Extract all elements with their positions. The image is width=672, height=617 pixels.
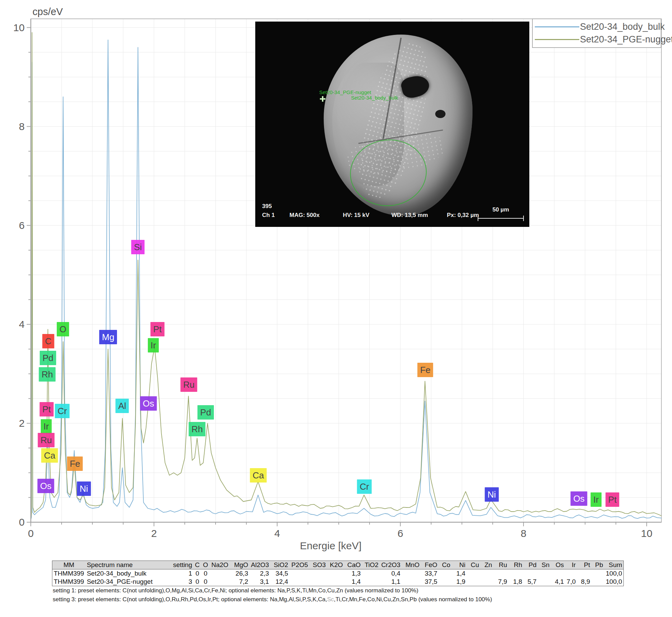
table-column-Os: Os xyxy=(551,561,565,569)
table-column-Zn: Zn xyxy=(480,561,493,569)
footnote-setting-3: setting 3: preset elements: C(not unfold… xyxy=(53,596,492,603)
y-tick-label-0: 0 xyxy=(1,516,25,528)
table-header: MMSpectrum namesettingCONa2OMgOAl2O3SiO2… xyxy=(52,561,624,569)
sem-point-spectrum-label: Set20-34_PGE-nugget xyxy=(319,89,371,95)
element-label-o: O xyxy=(57,322,69,336)
table-cell: 1,8 xyxy=(508,578,524,586)
sem-point-marker-icon xyxy=(320,96,325,102)
legend-label: Set20-34_body_bulk xyxy=(580,22,665,32)
table-cell: 33,7 xyxy=(421,569,439,578)
table-cell: 7,2 xyxy=(230,578,249,586)
table-cell: 0 xyxy=(194,578,201,586)
table-cell xyxy=(210,569,230,578)
element-label-os: Os xyxy=(140,396,157,411)
sem-scale-label: 50 µm xyxy=(478,206,524,213)
table-cell: 0,4 xyxy=(380,569,402,578)
table-column-Pd: Pd xyxy=(524,561,538,569)
legend-line-sample xyxy=(535,26,579,27)
table-cell xyxy=(592,578,605,586)
table-cell: 3,1 xyxy=(249,578,270,586)
element-label-fe: Fe xyxy=(417,363,433,377)
sem-inset-image: Set20-34_PGE-nugget Set20-34_body_bulk 3… xyxy=(255,22,529,227)
table-cell: 7,0 xyxy=(565,578,577,586)
table-cell xyxy=(362,578,380,586)
sem-channel: Ch 1 xyxy=(262,212,275,219)
x-tick-label-2: 2 xyxy=(140,528,168,539)
x-tick-label-6: 6 xyxy=(387,528,414,539)
element-label-rh: Rh xyxy=(39,367,55,382)
table-cell xyxy=(467,578,480,586)
sem-scale-bar xyxy=(478,218,524,219)
legend: Set20-34_body_bulk Set20-34_PGE-nugget xyxy=(532,18,661,48)
element-label-c: C xyxy=(42,334,54,348)
element-label-pt: Pt xyxy=(606,492,620,507)
legend-entry-body-bulk: Set20-34_body_bulk xyxy=(535,22,659,32)
y-tick-label-2: 2 xyxy=(1,417,25,429)
table-column-FeO: FeO xyxy=(421,561,439,569)
table-cell xyxy=(467,569,480,578)
table-cell xyxy=(327,569,344,578)
element-label-ru: Ru xyxy=(38,433,54,447)
table-cell xyxy=(289,578,309,586)
table-cell: 7,9 xyxy=(493,578,508,586)
footnote-setting-1: setting 1: preset elements: C(not unfold… xyxy=(53,587,418,594)
table-column-C: C xyxy=(194,561,201,569)
table-column-Sn: Sn xyxy=(538,561,551,569)
element-label-si: Si xyxy=(131,240,144,254)
element-label-ru: Ru xyxy=(180,377,197,392)
x-tick-label-8: 8 xyxy=(510,528,537,539)
element-label-ir: Ir xyxy=(41,419,52,434)
table-cell: 3 xyxy=(172,578,194,586)
footnote-muted-element: Sc xyxy=(327,596,334,603)
quantification-table: MMSpectrum namesettingCONa2OMgOAl2O3SiO2… xyxy=(52,561,624,586)
table-cell xyxy=(577,569,592,578)
element-label-ni: Ni xyxy=(485,487,499,502)
table-cell xyxy=(327,578,344,586)
legend-line-sample xyxy=(535,39,579,40)
sem-voltage: HV: 15 kV xyxy=(343,212,370,219)
table-column-Cu: Cu xyxy=(467,561,480,569)
table-column-Cr2O3: Cr2O3 xyxy=(380,561,402,569)
table-cell xyxy=(480,578,493,586)
element-label-cr: Cr xyxy=(357,479,372,494)
table-body: THMM399Set20-34_body_bulk10026,32,334,51… xyxy=(52,569,624,586)
element-label-pt: Pt xyxy=(40,402,54,416)
table-cell xyxy=(402,569,421,578)
table-cell xyxy=(592,569,605,578)
table-column-SO3: SO3 xyxy=(309,561,327,569)
table-cell: 37,5 xyxy=(421,578,439,586)
table-column-MM: MM xyxy=(52,561,86,569)
table-cell xyxy=(402,578,421,586)
y-axis-title: cps/eV xyxy=(33,6,63,17)
element-label-ca: Ca xyxy=(41,448,58,463)
table-column-K2O: K2O xyxy=(327,561,344,569)
table-cell xyxy=(538,578,551,586)
element-label-pt: Pt xyxy=(151,322,165,336)
table-cell: 26,3 xyxy=(230,569,249,578)
table-column-TiO2: TiO2 xyxy=(362,561,380,569)
table-cell: 1,4 xyxy=(344,578,362,586)
table-column-setting: setting xyxy=(172,561,194,569)
table-cell xyxy=(538,569,551,578)
x-tick-label-10: 10 xyxy=(633,528,660,539)
table-cell: 8,9 xyxy=(577,578,592,586)
sem-dark-inclusion xyxy=(435,110,445,118)
x-tick-label-4: 4 xyxy=(263,528,291,539)
table-cell: THMM399 xyxy=(52,569,86,578)
element-label-os: Os xyxy=(570,491,587,506)
table-cell xyxy=(289,569,309,578)
table-cell xyxy=(551,569,565,578)
table-column-MgO: MgO xyxy=(230,561,249,569)
legend-entry-pge-nugget: Set20-34_PGE-nugget xyxy=(535,34,659,45)
table-cell: 100,0 xyxy=(605,569,624,578)
table-column-SiO2: SiO2 xyxy=(270,561,289,569)
table-column-Rh: Rh xyxy=(508,561,524,569)
sem-pixel-size: Px: 0,32 µm xyxy=(447,212,479,219)
table-cell xyxy=(508,569,524,578)
table-column-Al2O3: Al2O3 xyxy=(249,561,270,569)
table-column-Spectrum name: Spectrum name xyxy=(86,561,172,569)
table-column-Ni: Ni xyxy=(452,561,467,569)
table-cell: 0 xyxy=(194,569,201,578)
table-column-Co: Co xyxy=(439,561,452,569)
table-cell: 4,1 xyxy=(551,578,565,586)
